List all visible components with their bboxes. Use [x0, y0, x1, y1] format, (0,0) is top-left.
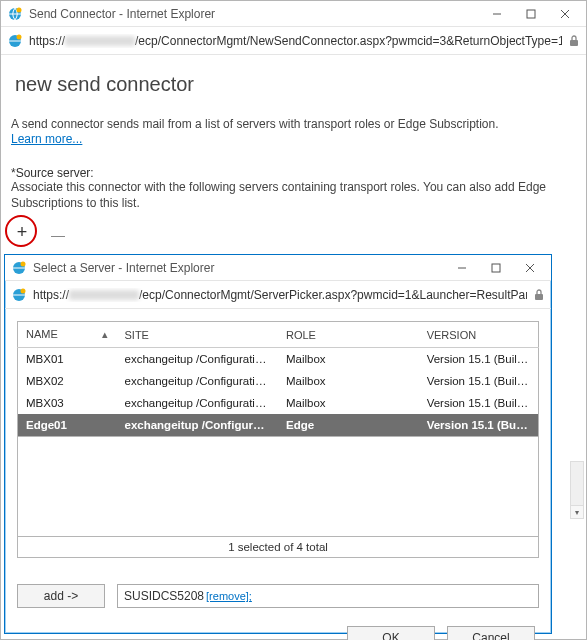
outer-scrollbar-down-icon[interactable]: ▾: [570, 505, 584, 519]
cell-name: Edge01: [18, 414, 117, 437]
url-path: /ecp/ConnectorMgmt/NewSendConnector.aspx…: [135, 34, 562, 48]
cell-site: exchangeitup /Configuration/Si...: [116, 348, 278, 371]
cell-role: Mailbox: [278, 392, 419, 414]
url-path: /ecp/ConnectorMgmt/ServerPicker.aspx?pwm…: [139, 288, 527, 302]
server-picker-window: Select a Server - Internet Explorer http…: [4, 254, 552, 634]
svg-rect-8: [570, 40, 578, 46]
cell-role: Edge: [278, 414, 419, 437]
add-row: add -> SUSIDCS5208 [remove];: [17, 584, 539, 608]
table-row-selected[interactable]: Edge01 exchangeitup /Configuration/... E…: [18, 414, 539, 437]
outer-url[interactable]: https:///ecp/ConnectorMgmt/NewSendConnec…: [29, 34, 562, 48]
outer-address-bar: https:///ecp/ConnectorMgmt/NewSendConnec…: [1, 27, 586, 55]
picker-body: NAME▴ SITE ROLE VERSION MBX01 exchangeit…: [5, 309, 551, 640]
col-version[interactable]: VERSION: [419, 322, 539, 348]
maximize-button[interactable]: [479, 257, 513, 279]
add-button[interactable]: add ->: [17, 584, 105, 608]
dialog-buttons: OK Cancel: [17, 626, 539, 640]
svg-point-16: [21, 288, 26, 293]
url-scheme: https://: [33, 288, 69, 302]
table-row[interactable]: MBX03 exchangeitup /Configuration/Si... …: [18, 392, 539, 414]
cell-site: exchangeitup /Configuration/Si...: [116, 370, 278, 392]
url-host-redacted: [69, 290, 139, 300]
col-name[interactable]: NAME▴: [18, 322, 117, 348]
picker-titlebar: Select a Server - Internet Explorer: [5, 255, 551, 281]
table-row[interactable]: MBX02 exchangeitup /Configuration/Si... …: [18, 370, 539, 392]
selected-server-value: SUSIDCS5208: [124, 589, 204, 603]
close-button[interactable]: [548, 3, 582, 25]
cell-name: MBX01: [18, 348, 117, 371]
svg-point-7: [17, 34, 22, 39]
remove-server-button[interactable]: [51, 236, 65, 237]
col-role[interactable]: ROLE: [278, 322, 419, 348]
page-heading: new send connector: [15, 73, 576, 96]
cell-site: exchangeitup /Configuration/...: [116, 414, 278, 437]
picker-selection-status: 1 selected of 4 total: [17, 537, 539, 558]
cell-site: exchangeitup /Configuration/Si...: [116, 392, 278, 414]
minimize-button[interactable]: [445, 257, 479, 279]
ie-icon: [11, 287, 27, 303]
ie-icon: [11, 260, 27, 276]
cell-name: MBX02: [18, 370, 117, 392]
picker-window-title: Select a Server - Internet Explorer: [33, 261, 445, 275]
maximize-button[interactable]: [514, 3, 548, 25]
page-content: new send connector A send connector send…: [1, 55, 586, 281]
sort-asc-icon: ▴: [102, 328, 108, 341]
learn-more-link[interactable]: Learn more...: [11, 132, 82, 146]
page-description: A send connector sends mail from a list …: [11, 116, 576, 132]
picker-empty-area: [17, 437, 539, 537]
lock-icon: [533, 289, 545, 301]
ie-icon: [7, 33, 23, 49]
svg-rect-3: [527, 10, 535, 18]
svg-rect-17: [535, 294, 543, 300]
cell-role: Mailbox: [278, 348, 419, 371]
picker-header-row: NAME▴ SITE ROLE VERSION: [18, 322, 539, 348]
outer-scrollbar[interactable]: [570, 461, 584, 511]
source-server-label: *Source server:: [11, 166, 576, 180]
outer-titlebar: Send Connector - Internet Explorer: [1, 1, 586, 27]
table-row[interactable]: MBX01 exchangeitup /Configuration/Si... …: [18, 348, 539, 371]
add-server-button-wrap: +: [11, 221, 41, 251]
add-server-button[interactable]: +: [11, 221, 33, 243]
url-scheme: https://: [29, 34, 65, 48]
picker-address-bar: https:///ecp/ConnectorMgmt/ServerPicker.…: [5, 281, 551, 309]
cell-version: Version 15.1 (Build...: [419, 392, 539, 414]
server-list-toolbar: +: [11, 221, 576, 251]
source-server-hint: Associate this connector with the follow…: [11, 180, 576, 211]
col-name-label: NAME: [26, 328, 58, 340]
cell-name: MBX03: [18, 392, 117, 414]
ie-icon: [7, 6, 23, 22]
cell-role: Mailbox: [278, 370, 419, 392]
svg-point-10: [21, 261, 26, 266]
col-site[interactable]: SITE: [116, 322, 278, 348]
url-host-redacted: [65, 36, 135, 46]
minimize-button[interactable]: [480, 3, 514, 25]
svg-rect-12: [492, 264, 500, 272]
cancel-button[interactable]: Cancel: [447, 626, 535, 640]
outer-window-title: Send Connector - Internet Explorer: [29, 7, 480, 21]
svg-point-1: [17, 7, 22, 12]
close-button[interactable]: [513, 257, 547, 279]
picker-url[interactable]: https:///ecp/ConnectorMgmt/ServerPicker.…: [33, 288, 527, 302]
ok-button[interactable]: OK: [347, 626, 435, 640]
picker-window-controls: [445, 257, 547, 279]
outer-window-controls: [480, 3, 582, 25]
remove-link[interactable]: [remove];: [206, 590, 252, 602]
lock-icon: [568, 35, 580, 47]
cell-version: Version 15.1 (Build...: [419, 348, 539, 371]
cell-version: Version 15.1 (Build...: [419, 370, 539, 392]
cell-version: Version 15.1 (Buil...: [419, 414, 539, 437]
selected-servers-field[interactable]: SUSIDCS5208 [remove];: [117, 584, 539, 608]
picker-table: NAME▴ SITE ROLE VERSION MBX01 exchangeit…: [17, 321, 539, 437]
